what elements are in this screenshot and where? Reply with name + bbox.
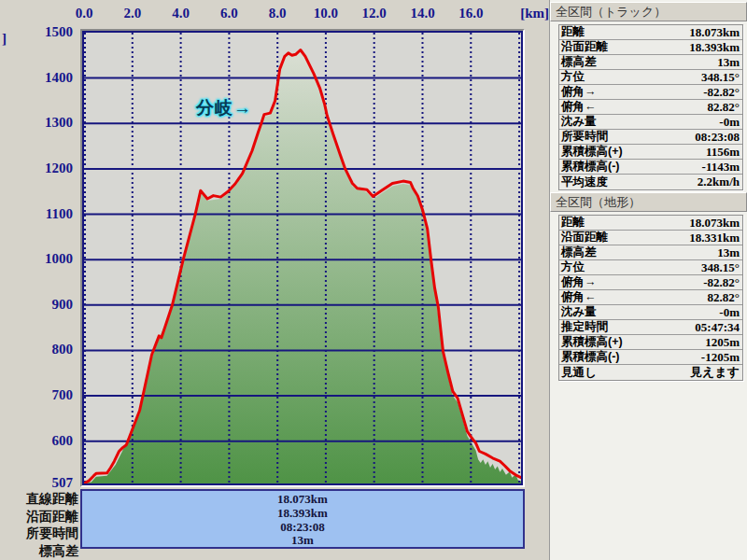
y-axis-min-label: 507 [0, 475, 73, 491]
stat-value: 08:23:08 [695, 130, 740, 145]
stat-label: 沈み量 [561, 114, 597, 130]
stat-label: 見通し [561, 365, 597, 381]
stat-value: 82.82° [708, 100, 740, 115]
panel-terrain: 全区間（地形） 距離18.073km沿面距離18.331km標高差13m方位34… [550, 192, 747, 381]
stat-value: 05:47:34 [695, 320, 740, 335]
stat-row: 沿面距離18.331km [559, 231, 742, 245]
y-tick-label: 700 [0, 387, 73, 403]
stat-row: 推定時間05:47:34 [559, 320, 742, 335]
stat-label: 推定時間 [561, 319, 608, 335]
summary-value-elevation-diff: 13m [82, 534, 523, 548]
stat-value: -0m [719, 115, 740, 130]
summary-info-box: 18.073km 18.393km 08:23:08 13m [80, 489, 525, 549]
stat-row: 累積標高(+)1156m [559, 145, 742, 160]
stat-row: 累積標高(-)-1205m [559, 350, 742, 365]
stat-label: 累積標高(+) [561, 144, 623, 160]
stat-value: 2.2km/h [698, 175, 740, 189]
stat-value: 18.073km [689, 216, 740, 231]
stat-row: 俯角←82.82° [559, 100, 742, 115]
elevation-profile-window: 0.02.04.06.08.010.012.014.016.0 [km] ] 1… [0, 0, 747, 560]
stat-value: -1205m [701, 350, 740, 365]
y-tick-label: 1500 [0, 24, 73, 40]
stat-row: 標高差13m [559, 245, 742, 260]
stat-value: 18.073km [689, 25, 740, 40]
stat-label: 俯角← [561, 289, 597, 305]
stat-label: 距離 [561, 215, 585, 231]
stat-label: 累積標高(-) [561, 349, 620, 365]
stat-label: 標高差 [561, 54, 597, 70]
x-tick-label: 10.0 [314, 6, 338, 21]
stat-label: 沿面距離 [561, 39, 608, 55]
summary-label: 所要時間 [0, 525, 78, 542]
x-axis-unit-label: [km] [510, 6, 549, 21]
stat-label: 沈み量 [561, 304, 597, 320]
x-tick-label: 4.0 [172, 6, 190, 21]
summary-value-elapsed-time: 08:23:08 [82, 521, 523, 535]
junction-annotation: 分岐→ [196, 96, 252, 120]
stat-value: 82.82° [708, 290, 740, 305]
stat-value: 13m [717, 55, 740, 70]
stat-label: 累積標高(+) [561, 334, 623, 350]
y-tick-label: 1100 [0, 206, 73, 222]
summary-value-surface-distance: 18.393km [82, 507, 523, 521]
stat-row: 累積標高(+)1205m [559, 335, 742, 350]
stat-value: 1156m [706, 145, 740, 160]
panel-terrain-table: 距離18.073km沿面距離18.331km標高差13m方位348.15°俯角→… [558, 215, 743, 381]
stat-value: 18.393km [689, 40, 740, 55]
x-tick-label: 8.0 [269, 6, 287, 21]
y-tick-label: 600 [0, 433, 73, 449]
stat-value: -82.82° [703, 85, 740, 100]
stat-row: 沈み量-0m [559, 115, 742, 130]
stat-row: 方位348.15° [559, 260, 742, 275]
stat-label: 沿面距離 [561, 230, 608, 245]
x-tick-label: 16.0 [458, 6, 483, 21]
summary-label: 沿面距離 [0, 508, 78, 525]
stat-label: 平均速度 [561, 175, 608, 190]
stat-label: 方位 [561, 259, 585, 275]
stat-row: 俯角→-82.82° [559, 275, 742, 290]
summary-labels-column: 直線距離 沿面距離 所要時間 標高差 [0, 490, 78, 559]
stat-value: 13m [717, 245, 740, 260]
x-tick-label: 6.0 [220, 6, 238, 21]
plot-frame: 分岐→ [80, 29, 525, 487]
stat-value: 18.331km [689, 231, 740, 245]
stat-value: -1143m [702, 160, 740, 175]
stat-row: 俯角←82.82° [559, 290, 742, 305]
stat-label: 俯角→ [561, 274, 597, 290]
stat-row: 平均速度2.2km/h [559, 175, 742, 189]
y-tick-label: 1200 [0, 161, 73, 176]
panel-terrain-header: 全区間（地形） [550, 192, 747, 212]
stats-sidebar: 全区間（トラック） 距離18.073km沿面距離18.393km標高差13m方位… [549, 0, 747, 560]
stat-label: 累積標高(-) [561, 159, 620, 175]
panel-track-header: 全区間（トラック） [550, 2, 747, 21]
stat-row: 俯角→-82.82° [559, 85, 742, 100]
stat-row: 見通し見えます [559, 365, 742, 380]
stat-row: 所要時間08:23:08 [559, 130, 742, 145]
summary-label: 標高差 [0, 542, 78, 560]
stat-label: 俯角← [561, 99, 597, 115]
x-tick-label: 14.0 [410, 6, 434, 21]
summary-label: 直線距離 [0, 490, 78, 508]
stat-value: 348.15° [701, 260, 740, 275]
stat-row: 標高差13m [559, 55, 742, 70]
stat-row: 沈み量-0m [559, 305, 742, 320]
panel-track-table: 距離18.073km沿面距離18.393km標高差13m方位348.15°俯角→… [558, 24, 743, 190]
stat-value: -0m [719, 305, 740, 320]
stat-row: 沿面距離18.393km [559, 40, 742, 55]
stat-label: 俯角→ [561, 84, 597, 100]
stat-label: 方位 [561, 69, 585, 85]
summary-value-distance: 18.073km [82, 493, 523, 507]
elevation-plot[interactable]: 分岐→ [84, 33, 521, 483]
y-tick-label: 1000 [0, 251, 73, 267]
y-tick-label: 1300 [0, 115, 73, 131]
plot-border: 分岐→ [82, 31, 523, 485]
stat-value: -82.82° [703, 275, 740, 290]
stat-label: 距離 [561, 24, 585, 40]
stat-value: 見えます [690, 364, 740, 381]
stat-row: 方位348.15° [559, 70, 742, 85]
terrain-fill-area [84, 52, 521, 483]
panel-track: 全区間（トラック） 距離18.073km沿面距離18.393km標高差13m方位… [550, 2, 747, 190]
stat-value: 348.15° [701, 70, 740, 85]
x-tick-label: 2.0 [123, 6, 141, 21]
x-tick-label: 0.0 [76, 6, 93, 21]
